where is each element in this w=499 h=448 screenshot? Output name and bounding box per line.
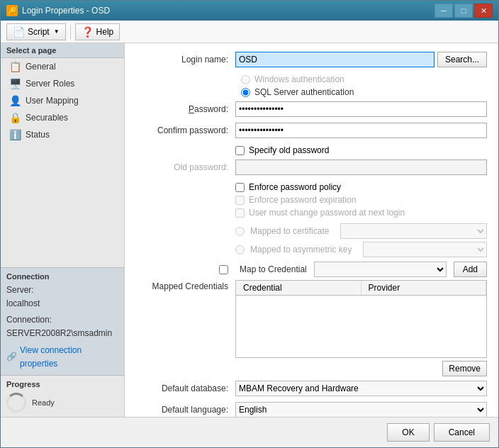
cert-radio[interactable] — [235, 227, 245, 236]
map-credential-section: Map to Credential Add Mapped Credentials… — [136, 262, 487, 376]
add-button[interactable]: Add — [454, 262, 487, 277]
credential-table-body — [236, 296, 486, 357]
default-database-control: MBAM Recovery and Hardware — [235, 381, 487, 396]
script-icon: 📄 — [13, 26, 25, 38]
securables-icon: 🔒 — [9, 112, 21, 123]
password-label: Password: — [136, 104, 235, 114]
connection-label-area: Connection: SERVER2008R2\smsadmin — [6, 313, 118, 340]
sidebar-item-user-mapping[interactable]: 👤 User Mapping — [1, 92, 124, 109]
help-icon: ❓ — [82, 26, 94, 38]
sql-auth-option: SQL Server authentication — [241, 86, 487, 99]
script-button[interactable]: 📄 Script ▼ — [6, 23, 66, 40]
minimize-button[interactable]: ─ — [434, 4, 453, 18]
connection-link-icon: 🔗 — [6, 350, 17, 364]
login-name-row: Login name: Search... — [136, 52, 487, 67]
sidebar-item-securables[interactable]: 🔒 Securables — [1, 109, 124, 126]
sidebar-securables-label: Securables — [26, 113, 68, 123]
server-roles-icon: 🖥️ — [9, 78, 21, 89]
confirm-password-input[interactable] — [235, 123, 487, 138]
main-content: Select a page 📋 General 🖥️ Server Roles … — [1, 43, 498, 417]
user-mapping-icon: 👤 — [9, 95, 21, 106]
toolbar-separator — [70, 25, 71, 39]
windows-auth-row: Windows authentication SQL Server authen… — [241, 73, 487, 99]
remove-btn-area: Remove — [235, 361, 487, 376]
script-label: Script — [28, 27, 50, 37]
default-database-select[interactable]: MBAM Recovery and Hardware — [235, 381, 487, 396]
old-password-row: Old password: — [136, 159, 487, 175]
search-button[interactable]: Search... — [437, 52, 487, 67]
specify-old-checkbox[interactable] — [235, 146, 245, 155]
help-label: Help — [96, 27, 114, 37]
password-control — [235, 101, 487, 117]
progress-header: Progress — [6, 380, 118, 388]
connection-info: Server: localhost Connection: SERVER2008… — [6, 284, 118, 371]
mapped-asym-row: Mapped to asymmetric key — [136, 242, 487, 257]
map-credential-checkbox[interactable] — [219, 265, 228, 274]
credential-table-area: Credential Provider Remove — [235, 280, 487, 376]
default-language-select[interactable]: English — [235, 402, 487, 417]
enforce-policy-label: Enforce password policy — [249, 182, 341, 192]
mapped-cert-row: Mapped to certificate — [136, 223, 487, 239]
select-page-label: Select a page — [1, 43, 124, 58]
user-must-change-row: User must change password at next login — [235, 206, 487, 219]
sidebar-item-status[interactable]: ℹ️ Status — [1, 126, 124, 143]
help-button[interactable]: ❓ Help — [75, 23, 120, 40]
remove-button[interactable]: Remove — [442, 361, 487, 376]
asym-label: Mapped to asymmetric key — [250, 245, 352, 254]
provider-col-header: Provider — [361, 281, 487, 295]
progress-status: Ready — [32, 398, 55, 407]
default-language-control: English — [235, 402, 487, 417]
asym-radio[interactable] — [235, 245, 245, 254]
sidebar-status-label: Status — [26, 130, 50, 140]
sidebar-general-label: General — [26, 62, 56, 72]
sidebar-user-mapping-label: User Mapping — [26, 96, 79, 106]
credential-header: Credential Provider — [236, 281, 486, 296]
app-icon: 🔑 — [6, 5, 18, 16]
cert-select[interactable] — [340, 223, 487, 239]
credential-col-header: Credential — [236, 281, 361, 295]
title-bar: 🔑 Login Properties - OSD ─ □ ✕ — [1, 1, 498, 21]
confirm-password-control — [235, 123, 487, 138]
sidebar-item-general[interactable]: 📋 General — [1, 58, 124, 75]
windows-auth-radio[interactable] — [241, 75, 250, 84]
windows-auth-option: Windows authentication — [241, 73, 487, 86]
form-area: Login name: Search... Windows authentica… — [125, 43, 498, 417]
ok-button[interactable]: OK — [387, 423, 429, 442]
old-password-input[interactable] — [235, 159, 487, 175]
asym-select[interactable] — [363, 242, 487, 257]
enforce-expiration-label: Enforce password expiration — [249, 195, 356, 205]
cert-label: Mapped to certificate — [250, 226, 329, 236]
view-connection-link[interactable]: 🔗 View connection properties — [6, 344, 118, 371]
default-database-row: Default database: MBAM Recovery and Hard… — [136, 381, 487, 396]
password-input[interactable] — [235, 101, 487, 117]
connection-section: Connection Server: localhost Connection:… — [1, 267, 124, 376]
default-language-label: Default language: — [136, 405, 235, 415]
user-must-change-checkbox[interactable] — [235, 208, 245, 218]
login-name-control: Search... — [235, 52, 487, 67]
cert-asym-section: Mapped to certificate Mapped to asymmetr… — [136, 223, 487, 257]
status-icon: ℹ️ — [9, 129, 21, 140]
old-password-control — [235, 159, 487, 175]
enforce-policy-row: Enforce password policy — [235, 181, 487, 194]
sidebar-item-server-roles[interactable]: 🖥️ Server Roles — [1, 75, 124, 92]
cancel-button[interactable]: Cancel — [434, 423, 490, 442]
default-language-row: Default language: English — [136, 402, 487, 417]
maximize-button[interactable]: □ — [454, 4, 473, 18]
sql-auth-radio[interactable] — [241, 88, 250, 97]
mapped-credentials-area: Mapped Credentials Credential Provider R… — [136, 280, 487, 376]
user-must-change-label: User must change password at next login — [249, 208, 405, 218]
old-password-label: Old password: — [136, 162, 235, 172]
sidebar-spacer — [1, 143, 124, 267]
title-bar-left: 🔑 Login Properties - OSD — [6, 5, 110, 16]
map-credential-label: Map to Credential — [240, 264, 307, 274]
login-name-input[interactable] — [235, 52, 434, 67]
close-button[interactable]: ✕ — [474, 4, 493, 18]
map-credential-row: Map to Credential Add — [136, 262, 487, 277]
mapped-credentials-label: Mapped Credentials — [136, 280, 235, 291]
credential-select[interactable] — [314, 262, 447, 277]
sidebar: Select a page 📋 General 🖥️ Server Roles … — [1, 43, 125, 417]
enforce-expiration-checkbox[interactable] — [235, 196, 245, 205]
confirm-password-label: Confirm password: — [136, 125, 235, 135]
enforce-policy-checkbox[interactable] — [235, 183, 245, 192]
bottom-bar: OK Cancel — [1, 417, 498, 447]
